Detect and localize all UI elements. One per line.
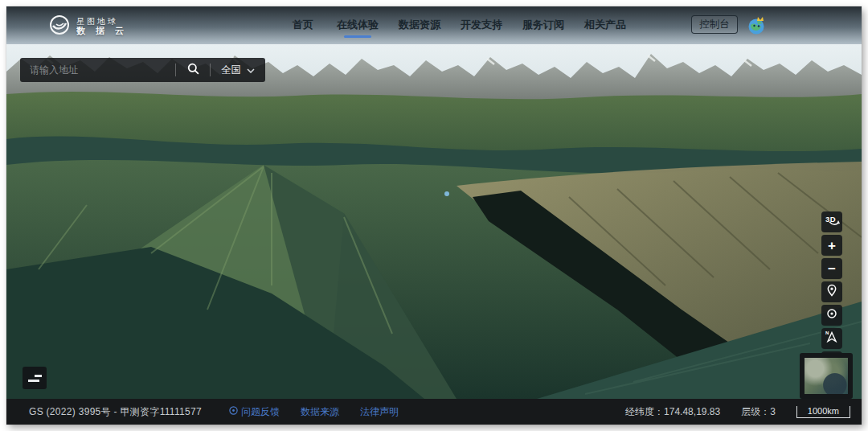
- zoom-in-button[interactable]: +: [821, 235, 842, 256]
- overview-minimap[interactable]: [800, 353, 853, 399]
- layer-list-icon: [28, 375, 42, 382]
- address-search-input[interactable]: [20, 58, 175, 82]
- nav-item-related-products[interactable]: 相关产品: [584, 13, 626, 38]
- nav-item-data-resources[interactable]: 数据资源: [399, 13, 440, 38]
- logo-globe-icon: [48, 14, 71, 39]
- compass-n-label: N: [825, 330, 829, 335]
- zoom-level-value: 3: [770, 406, 776, 417]
- legal-notice-link[interactable]: 法律声明: [360, 405, 399, 419]
- feedback-link[interactable]: 问题反馈: [229, 405, 280, 419]
- target-icon: [825, 307, 838, 323]
- user-avatar[interactable]: [746, 14, 768, 36]
- map-scale-bar: 1000km: [796, 406, 850, 418]
- footer-links: 问题反馈 数据来源 法律声明: [229, 405, 399, 419]
- coordinates-readout: 经纬度： 174.48,19.83: [625, 405, 720, 419]
- pin-location-button[interactable]: [821, 281, 842, 302]
- region-dropdown-value: 全国: [221, 64, 241, 77]
- nav-item-home[interactable]: 首页: [289, 13, 317, 38]
- status-bar: GS (2022) 3995号 - 甲测资字11111577 问题反馈 数据来源…: [6, 399, 862, 425]
- active-tab-underline: [344, 35, 371, 38]
- map-pin-icon: [825, 284, 838, 300]
- terrain-3d-view: [6, 44, 862, 399]
- rotate-arc-icon: [829, 216, 840, 230]
- compass-north-button[interactable]: N: [821, 328, 842, 349]
- address-search-bar: 全国: [20, 58, 265, 82]
- layer-list-button[interactable]: [23, 367, 47, 389]
- map-license-text: GS (2022) 3995号 - 甲测资字11111577: [29, 405, 202, 419]
- console-button[interactable]: 控制台: [691, 15, 738, 34]
- locate-me-button[interactable]: [821, 305, 842, 326]
- coordinates-value: 174.48,19.83: [664, 406, 720, 417]
- status-readouts: 经纬度： 174.48,19.83 层级： 3 1000km: [625, 405, 850, 419]
- search-button[interactable]: [176, 58, 210, 82]
- brand-logo[interactable]: 星图地球 数 据 云: [48, 14, 128, 39]
- map-tool-stack: 3D + −: [821, 211, 842, 372]
- logo-text-line1: 星图地球: [76, 17, 128, 27]
- nav-item-online-experience[interactable]: 在线体验: [337, 13, 379, 38]
- mode-3d-button[interactable]: 3D: [821, 211, 842, 232]
- zoom-out-button[interactable]: −: [821, 258, 842, 279]
- chevron-down-icon: [247, 64, 255, 76]
- top-navbar: 星图地球 数 据 云 首页 在线体验 数据资源 开发支持 服务订阅 相关产品: [6, 6, 862, 44]
- app-window: 星图地球 数 据 云 首页 在线体验 数据资源 开发支持 服务订阅 相关产品: [6, 6, 862, 425]
- region-dropdown[interactable]: 全国: [211, 58, 265, 82]
- zoom-level-readout: 层级： 3: [741, 405, 776, 419]
- map-viewport[interactable]: 全国 3D + −: [6, 44, 862, 399]
- data-source-link[interactable]: 数据来源: [301, 405, 339, 419]
- logo-text-line2: 数 据 云: [76, 26, 128, 36]
- search-icon: [187, 63, 199, 78]
- nav-item-dev-support[interactable]: 开发支持: [461, 13, 502, 38]
- feedback-icon: [229, 406, 238, 417]
- nav-item-service-subscription[interactable]: 服务订阅: [522, 13, 564, 38]
- main-nav: 首页 在线体验 数据资源 开发支持 服务订阅 相关产品: [289, 6, 626, 44]
